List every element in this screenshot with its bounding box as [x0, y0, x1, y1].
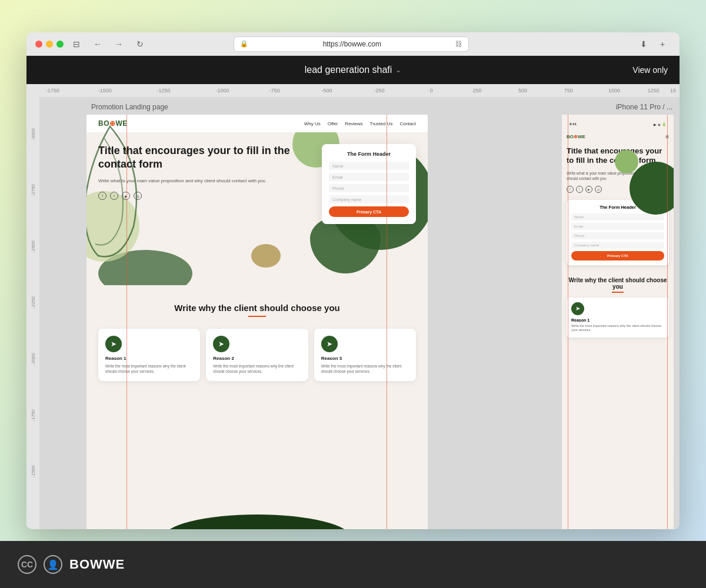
iphone-why-title: Write why the client should choose you [567, 277, 669, 290]
ruler-mark: -1000 [215, 88, 229, 93]
browser-actions: ⬇ + [635, 36, 671, 52]
ruler-mark: -750 [269, 88, 280, 93]
v-ruler-mark: -2750 [31, 185, 36, 196]
main-page-panel: BO⊕WE Why Us Offer Reviews Trusted Us Co… [86, 115, 428, 529]
ruler-mark: 1250 [648, 88, 660, 93]
twitter-icon: t [110, 192, 118, 200]
wifi-icon: ◈ [658, 122, 661, 126]
nav-links: Why Us Offer Reviews Trusted Us Contact [304, 121, 416, 126]
status-time: 9:41 [570, 122, 577, 126]
new-tab-button[interactable]: + [654, 36, 671, 52]
instagram-icon: ◎ [134, 192, 142, 200]
why-title-text: Write why the client should choose you [98, 303, 416, 313]
facebook-icon: f [98, 192, 106, 200]
iphone-reason-icon: ➤ [571, 302, 584, 315]
ruler-mark: -500 [322, 88, 332, 93]
reason-2-title: Reason 2 [213, 356, 301, 361]
maximize-button[interactable] [56, 41, 64, 48]
ruler-mark: -250 [374, 88, 384, 93]
iphone-panel-label: iPhone 11 Pro / ... [616, 103, 672, 111]
form-email-input[interactable]: Email [329, 173, 409, 181]
ruler-mark: -1500 [98, 88, 112, 93]
iphone-yt-icon: ▶ [585, 186, 592, 193]
app-toolbar: lead generation shafi ⌄ View only [26, 56, 680, 84]
sidebar-toggle-button[interactable]: ⊟ [68, 36, 85, 52]
browser-chrome: ⊟ ← → ↻ 🔒 https://bowwe.com ⛓ ⬇ + [26, 32, 680, 56]
ruler-mark: 1000 [608, 88, 620, 93]
iphone-email-input[interactable]: Email [571, 223, 664, 230]
v-ruler-mark: -1500 [31, 465, 36, 477]
iphone-company-input[interactable]: Company name [571, 242, 664, 249]
iphone-page-panel: 9:41 ▶ ◈ 🔋 BO⊕WE ≡ [562, 115, 674, 529]
why-section: Write why the client should choose you ➤… [86, 285, 428, 393]
canvas-viewport[interactable]: Promotion Landing page iPhone 11 Pro / .… [39, 97, 680, 529]
reason-3-title: Reason 3 [321, 356, 409, 361]
back-button[interactable]: ← [89, 36, 106, 52]
iphone-guide-right [667, 115, 668, 529]
project-title-group: lead generation shafi ⌄ [305, 65, 402, 75]
ruler-mark: 15 [670, 88, 676, 93]
iphone-cta-button[interactable]: Primary CTA [571, 251, 664, 260]
iphone-status-bar: 9:41 ▶ ◈ 🔋 [567, 119, 669, 129]
form-header-text: The Form Header [329, 151, 409, 157]
ruler-mark: 750 [564, 88, 573, 93]
signal-icon: ▶ [654, 122, 657, 126]
view-only-button[interactable]: View only [632, 65, 668, 75]
close-button[interactable] [35, 41, 42, 48]
guide-line-right [387, 115, 387, 529]
iphone-content: 9:41 ▶ ◈ 🔋 BO⊕WE ≡ [562, 115, 674, 347]
reason-card-2: ➤ Reason 2 Write the most important reas… [206, 329, 308, 381]
reason-card-3: ➤ Reason 3 Write the most important reas… [314, 329, 416, 381]
iphone-reason-title: Reason 1 [571, 318, 664, 322]
iphone-name-input[interactable]: Name [571, 213, 664, 220]
iphone-why-section: Write why the client should choose you ➤… [567, 272, 669, 342]
browser-window: ⊟ ← → ↻ 🔒 https://bowwe.com ⛓ ⬇ + lead g… [26, 32, 680, 529]
iphone-nav: BO⊕WE ≡ [567, 131, 669, 142]
reason-1-title: Reason 1 [105, 356, 193, 361]
ruler-mark: -1750 [46, 88, 59, 93]
reason-1-icon: ➤ [105, 336, 122, 352]
project-name-text: lead generation shafi [305, 65, 392, 75]
iphone-reason-desc: Write the most important reasons why the… [571, 324, 664, 333]
form-name-input[interactable]: Name [329, 162, 409, 170]
iphone-ig-icon: ◎ [595, 186, 602, 193]
reason-2-icon: ➤ [213, 336, 229, 352]
nav-contact: Contact [399, 121, 416, 126]
form-company-input[interactable]: Company name [329, 195, 409, 203]
form-phone-input[interactable]: Phone [329, 184, 409, 192]
v-ruler-mark: -2250 [31, 297, 36, 309]
v-ruler-mark: -1750 [31, 409, 36, 421]
url-text: https://bowwe.com [252, 40, 452, 48]
iphone-nav-logo: BO⊕WE [567, 134, 585, 139]
vertical-ruler: -3000 -2750 -2500 -2250 -2000 -1750 -150… [26, 97, 39, 529]
bottom-page-shape [163, 514, 351, 529]
ruler-mark: 0 [430, 88, 433, 93]
attribution-icon: 👤 [44, 555, 62, 574]
nav-reviews: Reviews [345, 121, 362, 126]
address-bar[interactable]: 🔒 https://bowwe.com ⛓ [234, 36, 469, 52]
reason-card-1: ➤ Reason 1 Write the most important reas… [98, 329, 200, 381]
chevron-down-icon: ⌄ [395, 66, 401, 74]
forward-button[interactable]: → [111, 36, 127, 52]
minimize-button[interactable] [46, 41, 53, 48]
main-panel-label: Promotion Landing page [91, 103, 168, 111]
v-ruler-mark: -2500 [31, 240, 36, 252]
hero-desc-text: Write what is your main value propositio… [98, 178, 310, 185]
iphone-tw-icon: t [576, 186, 583, 193]
reasons-grid: ➤ Reason 1 Write the most important reas… [98, 329, 416, 381]
reason-2-desc: Write the most important reasons why the… [213, 363, 301, 374]
status-icons: ▶ ◈ 🔋 [654, 122, 666, 126]
hero-title-text: Title that encourages your to fill in th… [98, 144, 310, 171]
iphone-why-divider [612, 292, 624, 293]
refresh-button[interactable]: ↻ [132, 36, 148, 52]
nav-trusted-us: Trusted Us [370, 121, 393, 126]
guide-line-left [126, 115, 127, 529]
download-button[interactable]: ⬇ [635, 36, 652, 52]
why-divider [248, 316, 266, 317]
form-cta-button[interactable]: Primary CTA [329, 206, 409, 217]
ruler-mark: 250 [472, 88, 481, 93]
v-ruler-mark: -3000 [31, 128, 36, 140]
ruler-mark: -1250 [157, 88, 171, 93]
iphone-phone-input[interactable]: Phone [571, 232, 664, 239]
canvas-area: -1750 -1500 -1250 -1000 -750 -500 -250 0… [26, 84, 680, 529]
